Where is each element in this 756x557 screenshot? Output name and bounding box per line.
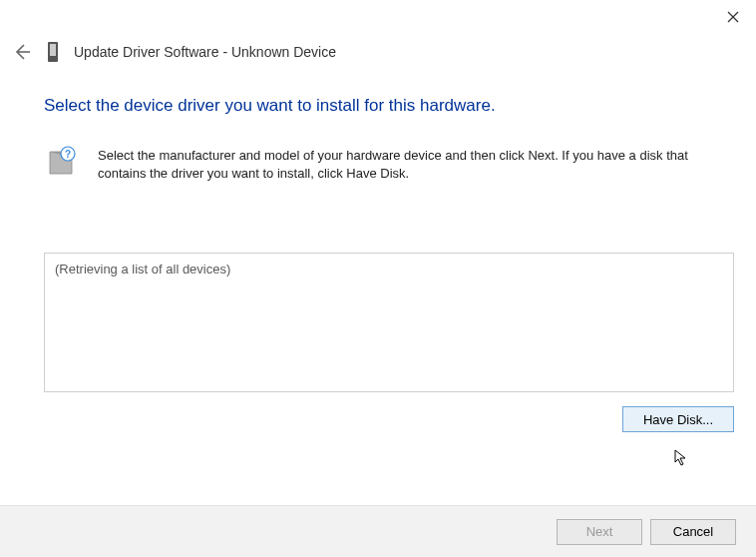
have-disk-row: Have Disk... [44,406,734,432]
close-icon [727,11,739,23]
arrow-left-icon [12,42,32,62]
list-status-text: (Retrieving a list of all devices) [55,262,230,277]
have-disk-button[interactable]: Have Disk... [622,406,734,432]
cursor-icon [674,449,688,470]
device-help-icon: ? [44,146,78,180]
device-list-box[interactable]: (Retrieving a list of all devices) [44,253,734,392]
cancel-button[interactable]: Cancel [650,519,736,545]
next-button: Next [557,519,642,545]
window-title: Update Driver Software - Unknown Device [74,44,336,60]
close-button[interactable] [724,8,742,26]
content-area: Select the device driver you want to ins… [44,96,734,432]
header-row: Update Driver Software - Unknown Device [12,42,336,62]
page-heading: Select the device driver you want to ins… [44,96,734,116]
instruction-text: Select the manufacturer and model of you… [98,146,734,183]
svg-text:?: ? [65,149,71,160]
instruction-row: ? Select the manufacturer and model of y… [44,146,734,183]
back-button[interactable] [12,42,32,62]
device-icon [46,42,60,62]
footer-bar: Next Cancel [0,505,756,557]
svg-rect-4 [50,44,56,56]
